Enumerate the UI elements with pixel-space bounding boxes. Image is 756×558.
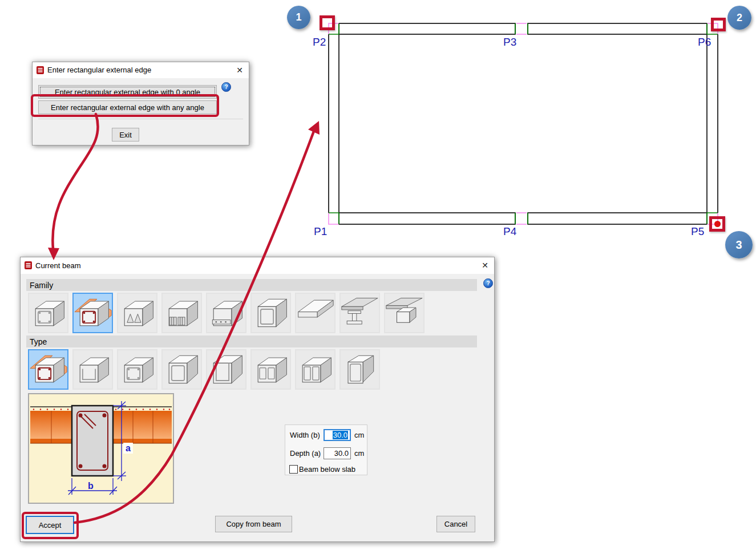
type-double-beam-tile[interactable]: [250, 349, 291, 390]
family-steel-ibeam-icon: [341, 294, 379, 332]
beam-corner-marks: [329, 23, 718, 224]
family-hollow-beam-tile[interactable]: [28, 293, 68, 333]
family-flat-slab-icon: [296, 294, 334, 332]
family-rectangular-beam-icon: [252, 294, 290, 332]
type-deep-beam-icon: [163, 350, 201, 389]
type-double-deep-beam-tile[interactable]: [295, 349, 335, 390]
family-plank-beam-tile[interactable]: [206, 293, 246, 333]
beam-dialog-titlebar[interactable]: Current beam: [21, 257, 494, 274]
corner-click-marker-2: [711, 18, 726, 31]
step-badge-2: 2: [727, 6, 751, 30]
family-alveolar-plate-tile[interactable]: [117, 293, 157, 333]
beam-section-preview: a b: [28, 393, 174, 504]
width-unit: cm: [354, 431, 364, 439]
exit-button[interactable]: Exit: [112, 128, 139, 141]
label-p4: P4: [503, 225, 517, 237]
column-labels: P1 P2 P3 P4 P5 P6: [313, 36, 711, 237]
app-icon: [25, 261, 32, 269]
arrowhead-up: [308, 121, 320, 135]
depth-label: Depth (a): [290, 449, 321, 458]
family-concrete-beam-in-slab-icon: [74, 294, 112, 332]
click-point-dot: [714, 221, 721, 227]
depth-input[interactable]: 30.0: [324, 447, 351, 459]
label-p5: P5: [691, 225, 704, 237]
corner-click-marker-1: [320, 15, 335, 30]
type-section-header: Type: [26, 335, 477, 347]
beam-below-slab-label: Beam below slab: [299, 465, 355, 474]
family-flat-slab-tile[interactable]: [295, 293, 335, 333]
beam-dialog-title: Current beam: [35, 261, 80, 270]
help-icon[interactable]: [483, 278, 493, 288]
depth-value: 30.0: [334, 449, 349, 458]
family-drop-beam-tile[interactable]: [384, 293, 425, 333]
family-joist-lattice-icon: [163, 294, 201, 332]
copy-from-beam-button[interactable]: Copy from beam: [215, 516, 292, 532]
beam-outlines: [329, 23, 718, 224]
width-value: 30.0: [333, 431, 348, 439]
type-rectangular-in-slab-icon: [29, 350, 67, 389]
family-concrete-beam-in-slab-tile[interactable]: [72, 293, 113, 333]
type-double-beam-icon: [252, 350, 290, 389]
accept-button[interactable]: Accept: [26, 516, 74, 534]
step-badge-1: 1: [287, 6, 310, 29]
type-double-deep-beam-icon: [296, 350, 334, 389]
depth-unit: cm: [354, 449, 364, 458]
family-steel-ibeam-tile[interactable]: [339, 293, 380, 333]
step-badge-3: 3: [725, 231, 753, 258]
type-rectangular-in-slab-tile[interactable]: [28, 349, 68, 390]
close-icon[interactable]: [479, 260, 491, 270]
label-p2: P2: [313, 36, 326, 48]
type-dropped-beam-tile[interactable]: [117, 349, 157, 390]
dialog-separator: [38, 119, 243, 119]
label-p6: P6: [698, 36, 711, 48]
type-tall-beam-tile[interactable]: [339, 349, 380, 390]
current-beam-dialog: Current beam Family Type: [20, 257, 495, 542]
family-drop-beam-icon: [385, 294, 423, 332]
type-dropped-beam-icon: [118, 350, 156, 389]
edge-dialog-titlebar[interactable]: Enter rectangular external edge: [33, 62, 249, 78]
family-hollow-beam-icon: [29, 294, 67, 332]
help-icon[interactable]: [221, 82, 231, 92]
type-inverted-beam-tile[interactable]: [206, 349, 246, 390]
app-icon: [37, 66, 44, 74]
beam-size-panel: Width (b) 30.0 cm Depth (a) 30.0 cm Beam…: [285, 424, 367, 475]
enter-edge-0-angle-button[interactable]: Enter rectangular external edge with 0 a…: [38, 85, 217, 99]
type-tall-beam-icon: [341, 350, 379, 389]
type-shallow-beam-icon: [74, 350, 112, 389]
corner-click-marker-3: [709, 216, 725, 232]
width-label: Width (b): [290, 431, 320, 439]
label-p1: P1: [314, 225, 327, 237]
beam-section-drawing: a b: [29, 394, 173, 503]
family-alveolar-plate-icon: [118, 294, 156, 332]
type-inverted-beam-icon: [207, 350, 245, 389]
family-joist-lattice-tile[interactable]: [161, 293, 202, 333]
enter-rectangular-edge-dialog: Enter rectangular external edge Enter re…: [32, 62, 249, 145]
edge-dialog-title: Enter rectangular external edge: [47, 66, 151, 74]
enter-edge-any-angle-button[interactable]: Enter rectangular external edge with any…: [38, 100, 217, 114]
beam-below-slab-checkbox[interactable]: [289, 465, 298, 474]
close-icon[interactable]: [234, 64, 245, 75]
family-plank-beam-icon: [207, 294, 245, 332]
family-section-header: Family: [26, 279, 477, 291]
dimension-b-label: b: [88, 481, 94, 491]
type-shallow-beam-tile[interactable]: [72, 349, 113, 390]
label-p3: P3: [503, 36, 516, 48]
type-deep-beam-tile[interactable]: [161, 349, 202, 390]
dimension-a-label: a: [126, 443, 131, 453]
cancel-button[interactable]: Cancel: [436, 516, 475, 532]
screenshot-stage: P1 P2 P3 P4 P5 P6 Enter rectangular exte…: [0, 0, 756, 558]
family-rectangular-beam-tile[interactable]: [250, 293, 291, 333]
beam-end-caps: [329, 23, 718, 224]
width-input[interactable]: 30.0: [324, 429, 351, 441]
beam-cross-section: [72, 406, 113, 476]
